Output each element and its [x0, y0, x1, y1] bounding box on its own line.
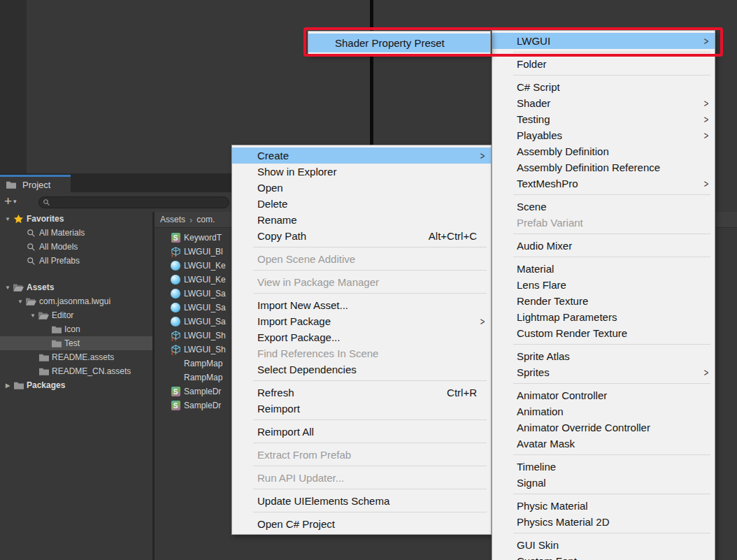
menu-item-textmeshpro[interactable]: TextMeshPro> — [492, 175, 715, 192]
menu-item-lens-flare[interactable]: Lens Flare — [492, 277, 715, 293]
menu-item-signal[interactable]: Signal — [492, 475, 715, 491]
menu-item-folder[interactable]: Folder — [492, 56, 715, 72]
tree-item-label: Editor — [52, 310, 73, 320]
menu-item-avatar-mask[interactable]: Avatar Mask — [492, 436, 715, 452]
folder-icon — [5, 179, 17, 190]
menu-item-physic-material[interactable]: Physic Material — [492, 498, 715, 514]
menu-item-animation[interactable]: Animation — [492, 403, 715, 419]
menu-item-create[interactable]: Create> — [232, 148, 491, 164]
tree-item-icon[interactable]: Icon — [0, 322, 152, 336]
context-menu: Create>Show in ExplorerOpenDeleteRenameC… — [231, 145, 492, 535]
menu-item-label: Assembly Definition — [517, 145, 609, 157]
menu-item-label: Physics Material 2D — [517, 516, 610, 528]
menu-item-rename[interactable]: Rename — [232, 212, 491, 228]
menu-item-timeline[interactable]: Timeline — [492, 459, 715, 475]
menu-item-animator-controller[interactable]: Animator Controller — [492, 387, 715, 403]
expand-arrow-icon[interactable]: ▼ — [3, 216, 13, 222]
menu-item-render-texture[interactable]: Render Texture — [492, 293, 715, 309]
breadcrumb-separator-icon: › — [189, 215, 192, 225]
tree-item-com-jasonma-lwgui[interactable]: ▼com.jasonma.lwgui — [0, 294, 152, 308]
menu-item-shader[interactable]: Shader> — [492, 95, 715, 111]
menu-item-label: Folder — [517, 58, 547, 70]
menu-item-reimport[interactable]: Reimport — [232, 401, 491, 417]
expand-arrow-icon[interactable]: ▼ — [28, 313, 38, 319]
menu-item-physics-material-2d[interactable]: Physics Material 2D — [492, 514, 715, 530]
menu-separator — [253, 293, 487, 294]
menu-item-open[interactable]: Open — [232, 180, 491, 196]
tree-item-all-materials[interactable]: All Materials — [0, 226, 152, 240]
script-icon: S — [170, 387, 181, 397]
menu-item-label: Find References In Scene — [257, 347, 378, 359]
menu-item-assembly-definition-reference[interactable]: Assembly Definition Reference — [492, 159, 715, 175]
menu-item-import-new-asset[interactable]: Import New Asset... — [232, 297, 491, 313]
tree-item-label: Packages — [27, 380, 65, 390]
menu-item-export-package[interactable]: Export Package... — [232, 329, 491, 345]
collapse-arrow-icon[interactable]: ▶ — [3, 382, 13, 389]
tab-project[interactable]: Project — [0, 175, 71, 192]
menu-item-scene[interactable]: Scene — [492, 199, 715, 215]
menu-item-delete[interactable]: Delete — [232, 196, 491, 212]
menu-item-custom-render-texture[interactable]: Custom Render Texture — [492, 325, 715, 341]
blank-icon — [170, 373, 181, 383]
menu-item-label: Shader — [517, 97, 550, 109]
menu-item-custom-font[interactable]: Custom Font — [492, 553, 715, 560]
tree-item-editor[interactable]: ▼Editor — [0, 308, 152, 322]
shader-icon: {} — [170, 345, 181, 355]
submenu-arrow-icon: > — [704, 366, 709, 378]
menu-item-label: Update UIElements Schema — [257, 495, 389, 507]
tree-item-all-models[interactable]: All Models — [0, 240, 152, 254]
menu-item-reimport-all[interactable]: Reimport All — [232, 424, 491, 440]
script-icon: S — [170, 233, 181, 243]
menu-item-refresh[interactable]: RefreshCtrl+R — [232, 385, 491, 401]
menu-item-label: Custom Font — [517, 555, 577, 560]
tree-item-test[interactable]: Test — [0, 336, 152, 350]
menu-item-copy-path[interactable]: Copy PathAlt+Ctrl+C — [232, 228, 491, 244]
folder-icon — [50, 338, 62, 349]
menu-item-playables[interactable]: Playables> — [492, 127, 715, 143]
tree-item-label: All Materials — [39, 228, 85, 238]
left-panel-strip — [0, 0, 27, 175]
menu-item-animator-override-controller[interactable]: Animator Override Controller — [492, 419, 715, 436]
menu-separator — [513, 75, 710, 76]
menu-item-lightmap-parameters[interactable]: Lightmap Parameters — [492, 309, 715, 325]
menu-separator — [253, 380, 487, 381]
menu-item-c-script[interactable]: C# Script — [492, 79, 715, 95]
menu-separator — [253, 466, 487, 466]
add-asset-button[interactable]: + ▾ — [4, 194, 17, 208]
menu-item-label: Prefab Variant — [517, 217, 583, 229]
menu-item-open-c-project[interactable]: Open C# Project — [232, 516, 491, 532]
svg-text:{}: {} — [171, 336, 177, 340]
breadcrumb-com[interactable]: com. — [196, 215, 215, 224]
submenu-arrow-icon: > — [704, 129, 709, 141]
menu-item-show-in-explorer[interactable]: Show in Explorer — [232, 164, 491, 180]
menu-item-audio-mixer[interactable]: Audio Mixer — [492, 238, 715, 254]
menu-item-label: Import Package — [257, 315, 331, 327]
project-tree: ▼FavoritesAll MaterialsAll ModelsAll Pre… — [0, 212, 152, 560]
menu-item-label: Reimport — [257, 403, 300, 415]
tree-item-assets[interactable]: ▼Assets — [0, 280, 152, 294]
menu-item-assembly-definition[interactable]: Assembly Definition — [492, 143, 715, 159]
menu-item-import-package[interactable]: Import Package> — [232, 313, 491, 329]
expand-arrow-icon[interactable]: ▼ — [15, 299, 25, 305]
menu-item-sprites[interactable]: Sprites> — [492, 364, 715, 380]
tree-item-all-prefabs[interactable]: All Prefabs — [0, 254, 152, 268]
search-input[interactable] — [50, 198, 214, 208]
tree-item-readme-assets[interactable]: README.assets — [0, 350, 152, 364]
menu-item-testing[interactable]: Testing> — [492, 111, 715, 127]
shader-icon: {} — [170, 247, 181, 257]
menu-item-material[interactable]: Material — [492, 261, 715, 277]
breadcrumb-assets[interactable]: Assets — [160, 215, 185, 224]
tree-item-label: Assets — [27, 282, 54, 292]
menu-item-select-dependencies[interactable]: Select Dependencies — [232, 361, 491, 378]
tree-item-packages[interactable]: ▶Packages — [0, 378, 152, 392]
star-icon — [13, 213, 24, 224]
menu-item-view-in-package-manager: View in Package Manager — [232, 274, 491, 290]
menu-item-gui-skin[interactable]: GUI Skin — [492, 537, 715, 553]
tree-item-favorites[interactable]: ▼Favorites — [0, 212, 152, 226]
tree-item-readme-cn-assets[interactable]: README_CN.assets — [0, 364, 152, 378]
menu-item-label: Export Package... — [257, 331, 340, 343]
menu-item-label: Animator Override Controller — [517, 422, 650, 433]
menu-item-sprite-atlas[interactable]: Sprite Atlas — [492, 348, 715, 364]
expand-arrow-icon[interactable]: ▼ — [3, 285, 13, 291]
menu-item-update-uielements-schema[interactable]: Update UIElements Schema — [232, 493, 491, 509]
